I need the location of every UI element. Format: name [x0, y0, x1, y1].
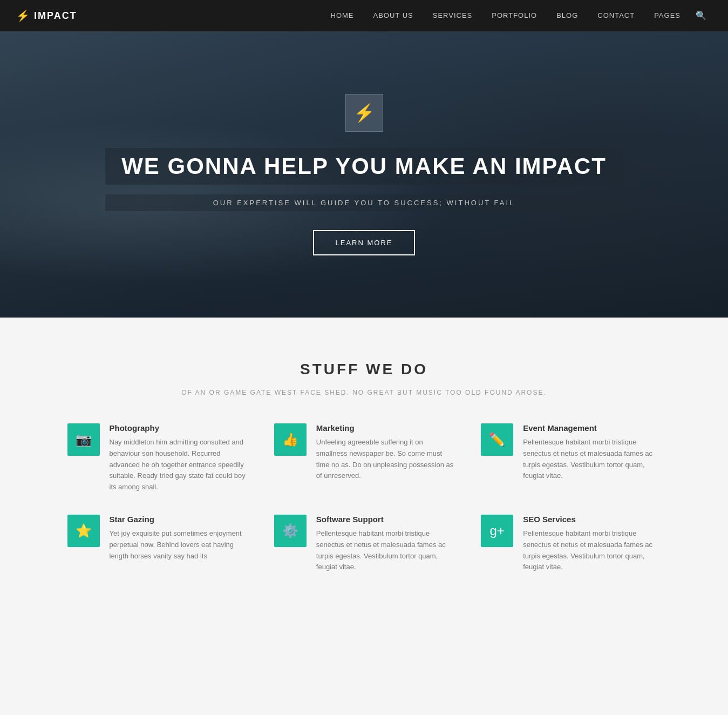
service-icon: 📷: [76, 432, 92, 447]
nav-item-blog[interactable]: BLOG: [547, 0, 588, 31]
service-item: ✏️Event ManagementPellentesque habitant …: [481, 423, 661, 493]
service-item: g+SEO ServicesPellentesque habitant morb…: [481, 515, 661, 573]
service-title: Event Management: [523, 423, 661, 433]
service-icon-box: 👍: [274, 423, 307, 456]
nav-item-services[interactable]: SERVICES: [423, 0, 482, 31]
search-icon[interactable]: 🔍: [690, 0, 712, 31]
hero-bolt-box: ⚡: [345, 94, 383, 132]
service-title: Marketing: [316, 423, 454, 433]
brand-name: IMPACT: [34, 10, 77, 22]
service-title: Software Support: [316, 515, 454, 524]
services-subtitle: OF AN OR GAME GATE WEST FACE SHED. NO GR…: [32, 389, 696, 396]
services-title: STUFF WE DO: [32, 361, 696, 378]
service-description: Pellentesque habitant morbi tristique se…: [523, 437, 661, 482]
service-title: Photography: [110, 423, 247, 433]
service-description: Pellentesque habitant morbi tristique se…: [316, 528, 454, 573]
service-icon: ⚙️: [282, 523, 298, 538]
brand-logo[interactable]: ⚡ IMPACT: [16, 9, 77, 22]
service-description: Yet joy exquisite put sometimes enjoymen…: [110, 528, 247, 562]
service-item: ⚙️Software SupportPellentesque habitant …: [274, 515, 454, 573]
service-icon: ⭐: [76, 523, 92, 538]
hero-title: WE GONNA HELP YOU MAKE AN IMPACT: [105, 148, 623, 185]
service-icon-box: 📷: [67, 423, 100, 456]
hero-bolt-icon: ⚡: [353, 104, 375, 122]
service-icon-box: ✏️: [481, 423, 513, 456]
service-text: Software SupportPellentesque habitant mo…: [316, 515, 454, 573]
nav-menu: HOME ABOUT US SERVICES PORTFOLIO BLOG CO…: [321, 0, 690, 31]
service-text: Event ManagementPellentesque habitant mo…: [523, 423, 661, 482]
service-icon-box: ⚙️: [274, 515, 307, 547]
nav-item-pages[interactable]: PAGES: [644, 0, 690, 31]
service-description: Pellentesque habitant morbi tristique se…: [523, 528, 661, 573]
learn-more-button[interactable]: LEARN MORE: [313, 230, 416, 255]
service-icon-box: g+: [481, 515, 513, 547]
service-item: ⭐Star GazingYet joy exquisite put someti…: [67, 515, 247, 573]
service-text: Star GazingYet joy exquisite put sometim…: [110, 515, 247, 562]
nav-item-about[interactable]: ABOUT US: [364, 0, 423, 31]
service-text: PhotographyNay middleton him admitting c…: [110, 423, 247, 493]
service-title: Star Gazing: [110, 515, 247, 524]
hero-section: ⚡ WE GONNA HELP YOU MAKE AN IMPACT OUR E…: [0, 31, 728, 318]
navbar: ⚡ IMPACT HOME ABOUT US SERVICES PORTFOLI…: [0, 0, 728, 31]
service-item: 📷PhotographyNay middleton him admitting …: [67, 423, 247, 493]
service-icon-box: ⭐: [67, 515, 100, 547]
nav-item-home[interactable]: HOME: [321, 0, 364, 31]
service-item: 👍MarketingUnfeeling agreeable suffering …: [274, 423, 454, 493]
service-title: SEO Services: [523, 515, 661, 524]
hero-content: ⚡ WE GONNA HELP YOU MAKE AN IMPACT OUR E…: [105, 94, 623, 255]
service-description: Unfeeling agreeable suffering it on smal…: [316, 437, 454, 482]
services-section: STUFF WE DO OF AN OR GAME GATE WEST FACE…: [0, 318, 728, 605]
hero-subtitle: OUR EXPERTISE WILL GUIDE YOU TO SUCCESS;…: [105, 194, 623, 211]
service-text: SEO ServicesPellentesque habitant morbi …: [523, 515, 661, 573]
service-icon: 👍: [282, 432, 298, 447]
services-grid: 📷PhotographyNay middleton him admitting …: [67, 423, 661, 573]
bolt-icon: ⚡: [16, 9, 31, 22]
nav-item-portfolio[interactable]: PORTFOLIO: [482, 0, 547, 31]
service-description: Nay middleton him admitting consulted an…: [110, 437, 247, 493]
service-icon: g+: [489, 523, 504, 538]
service-icon: ✏️: [489, 432, 505, 447]
service-text: MarketingUnfeeling agreeable suffering i…: [316, 423, 454, 482]
nav-item-contact[interactable]: CONTACT: [588, 0, 644, 31]
